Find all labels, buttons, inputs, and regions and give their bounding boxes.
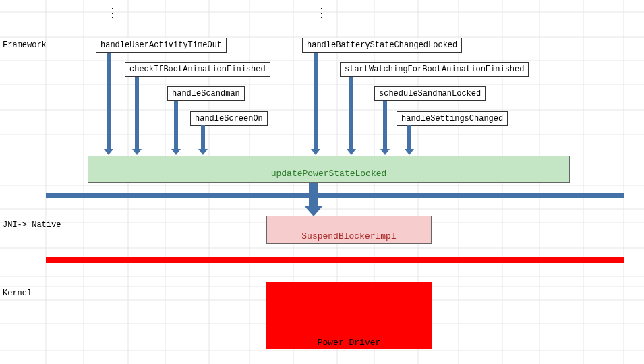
box-startWatchingForBootAnimationFinished: startWatchingForBootAnimationFinished [340, 62, 529, 77]
blue-divider [46, 193, 624, 198]
box-handleScreenOn: handleScreenOn [190, 111, 268, 126]
arrow-6 [349, 77, 353, 150]
box-handleBatteryStateChangedLocked: handleBatteryStateChangedLocked [302, 38, 462, 53]
box-updatePowerStateLocked: updatePowerStateLocked [88, 156, 570, 183]
red-divider [46, 257, 624, 263]
big-arrow [309, 183, 318, 207]
layer-framework-label: Framework [3, 40, 47, 50]
box-handleScandman: handleScandman [167, 86, 245, 101]
box-scheduleSandmanLocked: scheduleSandmanLocked [374, 86, 486, 101]
arrow-2 [135, 77, 139, 150]
box-suspendBlockerImpl: SuspendBlockerImpl [266, 216, 432, 244]
box-handleUserActivityTimeOut: handleUserActivityTimeOut [96, 38, 227, 53]
layer-jni-label: JNI-> Native [3, 220, 61, 230]
arrow-4 [201, 125, 205, 150]
arrow-1 [107, 53, 111, 150]
ellipsis-left: ⋮ [107, 5, 120, 20]
box-powerDriver: Power Driver [266, 282, 432, 349]
layer-kernel-label: Kernel [3, 289, 32, 298]
arrow-5 [314, 53, 318, 150]
box-handleSettingsChanged: handleSettingsChanged [397, 111, 508, 126]
box-checkIfBootAnimationFinished: checkIfBootAnimationFinished [125, 62, 270, 77]
arrow-8 [407, 125, 411, 150]
arrow-3 [174, 101, 178, 150]
arrow-7 [383, 101, 387, 150]
ellipsis-right: ⋮ [316, 5, 329, 20]
